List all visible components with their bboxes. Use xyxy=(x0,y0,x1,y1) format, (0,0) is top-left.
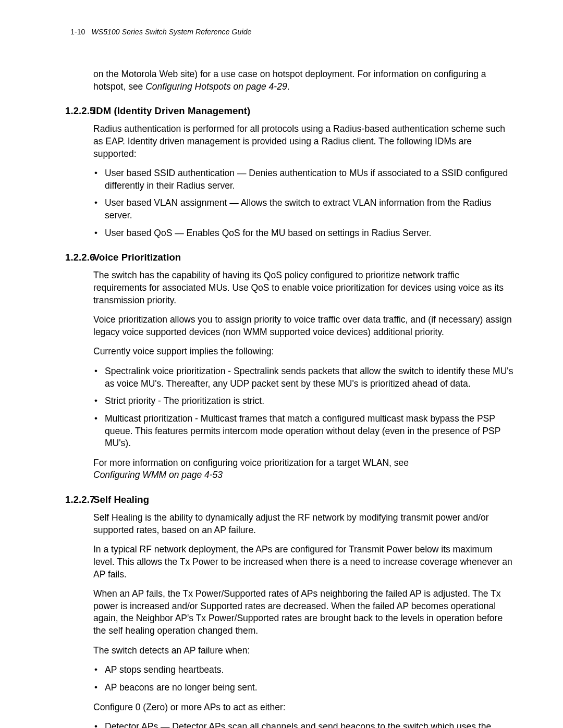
voice-p1: The switch has the capability of having … xyxy=(93,269,513,306)
secno-voice: 1.2.2.6 xyxy=(65,252,93,263)
list-item: Spectralink voice prioritization - Spect… xyxy=(93,365,513,390)
voice-seealso-ref: Configuring WMM on page 4-53 xyxy=(93,470,223,480)
idm-p1: Radius authentication is performed for a… xyxy=(93,123,513,160)
running-header: 1-10 WS5100 Series Switch System Referen… xyxy=(70,28,513,36)
title-voice: Voice Prioritization xyxy=(93,252,181,263)
voice-bullets: Spectralink voice prioritization - Spect… xyxy=(93,365,513,450)
selfheal-p1: Self Healing is the ability to dynamical… xyxy=(93,512,513,536)
list-item: AP stops sending heartbeats. xyxy=(93,664,513,676)
list-item: User based VLAN assignment — Allows the … xyxy=(93,197,513,221)
title-selfheal: Self Healing xyxy=(93,494,149,505)
selfheal-bullets-1: AP stops sending heartbeats. AP beacons … xyxy=(93,664,513,694)
content-column: on the Motorola Web site) for a use case… xyxy=(93,68,513,728)
selfheal-p2: In a typical RF network deployment, the … xyxy=(93,544,513,581)
list-item: User based QoS — Enables QoS for the MU … xyxy=(93,227,513,240)
intro-period: . xyxy=(287,81,290,92)
intro-ref: Configuring Hotspots on page 4-29 xyxy=(145,81,287,92)
heading-idm: 1.2.2.5IDM (Identity Driven Management) xyxy=(93,105,513,117)
voice-seealso-pre: For more information on configuring voic… xyxy=(93,458,409,468)
selfheal-p4: The switch detects an AP failure when: xyxy=(93,645,513,657)
selfheal-bullets-2: Detector APs — Detector APs scan all cha… xyxy=(93,721,513,728)
voice-p2: Voice prioritization allows you to assig… xyxy=(93,314,513,338)
secno-selfheal: 1.2.2.7 xyxy=(65,494,93,505)
list-item: Multicast prioritization - Multicast fra… xyxy=(93,413,513,450)
list-item: Detector APs — Detector APs scan all cha… xyxy=(93,721,513,728)
secno-idm: 1.2.2.5 xyxy=(65,105,93,117)
list-item: AP beacons are no longer being sent. xyxy=(93,682,513,694)
heading-selfheal: 1.2.2.7Self Healing xyxy=(93,494,513,505)
title-idm: IDM (Identity Driven Management) xyxy=(93,105,250,116)
voice-seealso: For more information on configuring voic… xyxy=(93,457,513,482)
list-item: Strict priority - The prioritization is … xyxy=(93,395,513,408)
heading-voice: 1.2.2.6Voice Prioritization xyxy=(93,252,513,263)
selfheal-p5: Configure 0 (Zero) or more APs to act as… xyxy=(93,701,513,714)
intro-paragraph: on the Motorola Web site) for a use case… xyxy=(93,68,513,93)
page: 1-10 WS5100 Series Switch System Referen… xyxy=(0,0,563,728)
voice-p3: Currently voice support implies the foll… xyxy=(93,346,513,358)
guide-title: WS5100 Series Switch System Reference Gu… xyxy=(91,28,251,36)
list-item: User based SSID authentication — Denies … xyxy=(93,167,513,192)
selfheal-p3: When an AP fails, the Tx Power/Supported… xyxy=(93,588,513,637)
page-number: 1-10 xyxy=(70,28,85,36)
idm-bullets: User based SSID authentication — Denies … xyxy=(93,167,513,239)
